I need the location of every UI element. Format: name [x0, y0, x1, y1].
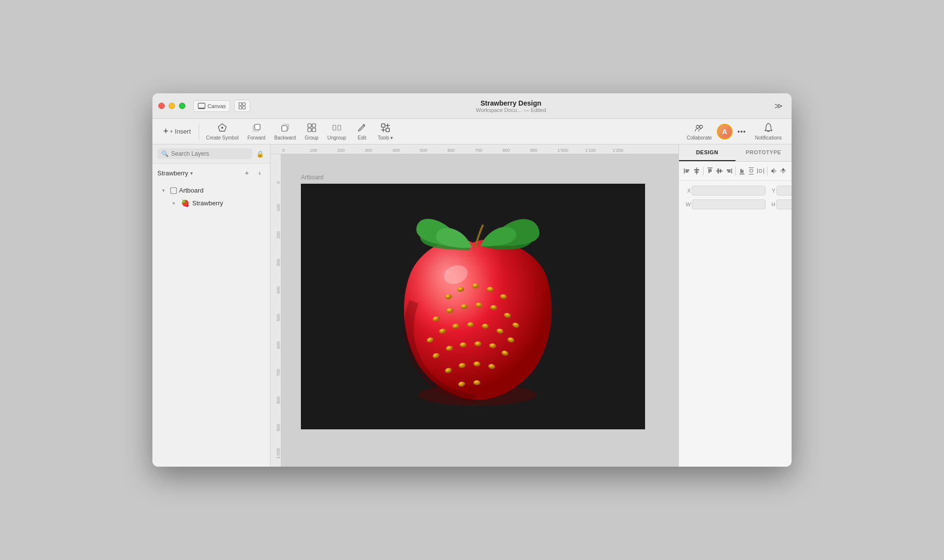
- ungroup-button[interactable]: Ungroup: [324, 121, 350, 142]
- canvas-inner: Artboard: [281, 154, 678, 467]
- ruler-mark-1200: 1'200: [612, 148, 639, 153]
- expand-layers-button[interactable]: ›: [254, 168, 265, 178]
- strawberry-layer-label: Strawberry: [192, 199, 223, 207]
- doc-title: Strawberry Design: [480, 99, 541, 107]
- titlebar: Canvas Strawberry Design Workspace Docu……: [152, 93, 792, 119]
- svg-point-63: [473, 380, 480, 385]
- svg-rect-68: [696, 168, 697, 174]
- svg-rect-86: [757, 168, 758, 173]
- toolbar-separator-1: [199, 124, 199, 140]
- tab-design[interactable]: DESIGN: [679, 144, 736, 161]
- distribute-h-icon[interactable]: [757, 166, 764, 176]
- svg-rect-70: [695, 171, 699, 173]
- ruler-left-marks: 0 100 200 300 400 500 600 700 800 900 1'…: [274, 154, 281, 459]
- group-icon: [307, 123, 317, 134]
- ruler-mark-100: 100: [309, 148, 336, 153]
- align-center-h-icon[interactable]: [693, 166, 701, 176]
- svg-point-60: [473, 362, 480, 366]
- backward-label: Backward: [274, 135, 296, 140]
- align-bottom-icon[interactable]: [738, 166, 746, 176]
- svg-rect-14: [308, 128, 311, 132]
- minimize-button[interactable]: [169, 103, 175, 109]
- svg-rect-67: [685, 171, 688, 173]
- artboard-icon: [170, 187, 177, 194]
- align-separator-3: [767, 167, 767, 175]
- svg-rect-0: [198, 103, 205, 108]
- canvas-scroll[interactable]: Artboard: [281, 154, 678, 467]
- w-input[interactable]: [692, 199, 766, 209]
- create-symbol-label: Create Symbol: [206, 135, 238, 140]
- collaborate-button[interactable]: Collaborate: [683, 121, 716, 142]
- align-center-v-icon[interactable]: [716, 166, 723, 176]
- artboard-canvas-label: Artboard: [301, 174, 678, 181]
- y-input[interactable]: [776, 186, 792, 196]
- collaborate-label: Collaborate: [687, 135, 712, 140]
- svg-rect-16: [333, 125, 336, 130]
- svg-rect-15: [312, 128, 316, 132]
- create-symbol-button[interactable]: Create Symbol: [202, 121, 242, 142]
- layer-name-wrap[interactable]: Strawberry ▾: [157, 169, 238, 177]
- h-input[interactable]: [776, 199, 792, 209]
- align-separator-1: [703, 167, 704, 175]
- svg-rect-88: [759, 169, 762, 172]
- backward-icon: [280, 123, 290, 134]
- more-icon: •••: [738, 128, 746, 136]
- group-button[interactable]: Group: [301, 121, 323, 142]
- toolbar: + ▾ Insert Create Symbol Forward: [152, 119, 792, 144]
- lock-icon[interactable]: 🔒: [255, 149, 265, 159]
- svg-rect-69: [694, 169, 699, 171]
- w-label: W: [684, 201, 691, 207]
- x-field-group: X: [684, 186, 766, 196]
- x-label: X: [684, 188, 691, 194]
- backward-button[interactable]: Backward: [270, 121, 300, 142]
- search-wrap[interactable]: 🔍: [157, 148, 252, 159]
- svg-marker-90: [771, 169, 773, 173]
- ruler-left-mark-700: 700: [274, 349, 281, 376]
- align-separator-2: [735, 167, 736, 175]
- artboard-frame[interactable]: [301, 184, 645, 429]
- search-input[interactable]: [171, 150, 248, 157]
- svg-rect-3: [243, 103, 246, 106]
- tools-button[interactable]: Tools ▾: [374, 121, 397, 142]
- insert-button[interactable]: + ▾ Insert: [158, 124, 196, 139]
- svg-rect-79: [728, 171, 731, 173]
- svg-rect-76: [720, 169, 721, 173]
- svg-marker-91: [774, 169, 777, 173]
- flip-h-icon[interactable]: [770, 166, 778, 176]
- strawberry-icon: 🍓: [181, 199, 189, 207]
- svg-rect-5: [243, 107, 246, 110]
- svg-rect-71: [708, 168, 712, 168]
- align-left-icon[interactable]: [684, 166, 691, 176]
- notifications-button[interactable]: Notifications: [751, 121, 786, 142]
- canvas-area[interactable]: 0 100 200 300 400 500 600 700 800 900 1'…: [270, 144, 678, 467]
- distribute-v-icon[interactable]: [748, 166, 755, 176]
- svg-rect-78: [727, 169, 731, 171]
- more-options-button[interactable]: •••: [734, 126, 750, 138]
- svg-marker-94: [781, 171, 785, 174]
- svg-rect-19: [382, 124, 385, 127]
- add-layer-button[interactable]: +: [241, 168, 252, 178]
- user-avatar-button[interactable]: A: [717, 124, 733, 140]
- flip-v-icon[interactable]: [779, 166, 787, 176]
- strawberry-layer-item[interactable]: ● 🍓 Strawberry: [154, 196, 268, 209]
- expand-button[interactable]: ≫: [771, 99, 786, 112]
- grid-view-button[interactable]: [234, 100, 250, 112]
- align-top-icon[interactable]: [707, 166, 714, 176]
- strawberry-illustration: [380, 203, 566, 410]
- right-panel: DESIGN PROTOTYPE: [678, 144, 792, 467]
- notifications-label: Notifications: [755, 135, 782, 140]
- strawberry-canvas: [301, 184, 645, 429]
- doc-subtitle: Workspace Docu… — Edited: [476, 107, 546, 113]
- maximize-button[interactable]: [179, 103, 185, 109]
- tab-prototype[interactable]: PROTOTYPE: [736, 144, 792, 161]
- svg-rect-85: [750, 169, 753, 172]
- plus-icon: +: [163, 126, 169, 137]
- forward-button[interactable]: Forward: [243, 121, 269, 142]
- align-right-icon[interactable]: [725, 166, 732, 176]
- edit-button[interactable]: Edit: [351, 121, 373, 142]
- artboard-layer-item[interactable]: ▾ Artboard: [154, 184, 268, 196]
- canvas-view-button[interactable]: Canvas: [193, 100, 230, 112]
- svg-rect-83: [749, 168, 754, 168]
- x-input[interactable]: [692, 186, 766, 196]
- close-button[interactable]: [158, 103, 165, 109]
